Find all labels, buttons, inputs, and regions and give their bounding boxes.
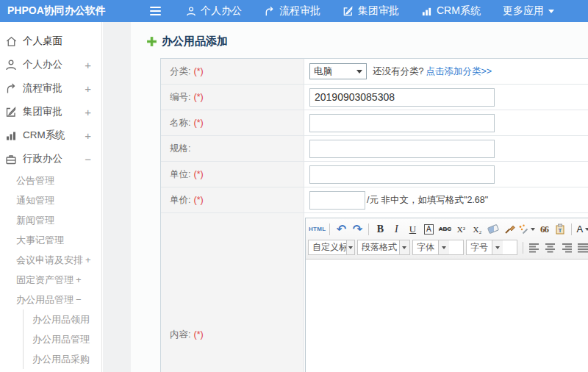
sidebar-item-events-mgmt[interactable]: 大事记管理	[0, 230, 101, 250]
category-select[interactable]: 电脑	[309, 63, 367, 79]
sidebar-item-admin-office[interactable]: 行政办公 −	[0, 147, 101, 171]
sidebar-item-meeting-mgmt[interactable]: 会议申请及安排 +	[0, 250, 101, 270]
sidebar-item-label: CRM系统	[23, 129, 65, 142]
form-row-name: 名称:(*)	[161, 110, 588, 136]
font-color-button[interactable]: A	[576, 222, 588, 237]
align-center-icon[interactable]	[543, 240, 558, 255]
caret-down-icon	[531, 228, 535, 233]
field-label: 分类:(*)	[161, 59, 304, 84]
nav-group-approval[interactable]: 集团审批	[343, 4, 399, 18]
field-label: 单位:(*)	[161, 162, 304, 187]
underline-button[interactable]: U	[405, 222, 420, 237]
form-row-spec: 规格:	[161, 136, 588, 162]
field-label: 规格:	[161, 136, 304, 161]
font-family-dropdown[interactable]: 字体	[412, 240, 464, 255]
sidebar-subitem-label: 大事记管理	[16, 234, 64, 247]
superscript-button[interactable]: X²	[453, 222, 468, 237]
add-supplies-form: 分类:(*) 电脑 还没有分类? 点击添加分类>> 编号:(*) 名称:(*)	[160, 58, 588, 372]
add-category-link[interactable]: 点击添加分类>>	[426, 65, 492, 78]
bold-button[interactable]: B	[373, 222, 387, 237]
nav-process-approval[interactable]: 流程审批	[264, 4, 320, 18]
paste-text-icon[interactable]: T	[553, 222, 567, 237]
caret-down-icon	[492, 240, 503, 254]
expand-plus-icon[interactable]: +	[85, 82, 91, 95]
svg-text:T: T	[559, 227, 562, 234]
sidebar-item-news-mgmt[interactable]: 新闻管理	[0, 210, 101, 230]
sidebar-item-announcement-mgmt[interactable]: 公告管理	[0, 171, 101, 190]
required-mark: (*)	[193, 329, 203, 340]
nav-more-apps[interactable]: 更多应用	[503, 4, 554, 18]
required-mark: (*)	[193, 66, 203, 76]
format-brush-icon[interactable]	[502, 222, 517, 237]
sidebar-item-crm-system[interactable]: CRM系统 +	[0, 124, 101, 147]
sidebar-item-supplies-purchase[interactable]: 办公用品采购	[24, 349, 101, 369]
hamburger-menu-icon[interactable]	[147, 4, 164, 18]
expand-plus-icon[interactable]: +	[85, 254, 91, 265]
collapse-minus-icon[interactable]: −	[85, 153, 91, 165]
sidebar-item-notice-mgmt[interactable]: 通知管理	[0, 190, 101, 210]
caret-down-icon	[399, 240, 409, 254]
chevron-down-icon	[356, 70, 362, 76]
nav-label: 个人办公	[201, 4, 242, 18]
expand-plus-icon[interactable]: +	[76, 274, 82, 285]
page-title-bar: 办公用品添加	[131, 22, 588, 49]
sidebar-item-label: 集团审批	[23, 105, 62, 118]
eraser-icon[interactable]	[486, 222, 501, 237]
sidebar-item-label: 个人办公	[23, 58, 62, 71]
align-left-icon[interactable]	[527, 240, 542, 255]
nav-personal-office[interactable]: 个人办公	[186, 4, 242, 18]
font-size-dropdown[interactable]: 字号	[466, 240, 517, 255]
sidebar-item-personal-office[interactable]: 个人办公 +	[0, 53, 101, 76]
sidebar-subitem-label: 办公用品采购	[32, 353, 90, 366]
field-label: 编号:(*)	[161, 85, 304, 110]
undo-icon[interactable]: ↶	[334, 222, 348, 237]
nav-label: CRM系统	[437, 4, 481, 18]
sidebar-item-process-approval[interactable]: 流程审批 +	[0, 76, 101, 100]
html-source-button[interactable]: HTML	[309, 222, 326, 237]
field-label: 内容:(*)	[161, 213, 304, 372]
align-right-icon[interactable]	[559, 240, 574, 255]
nav-crm-system[interactable]: CRM系统	[421, 4, 481, 18]
sidebar-item-label: 流程审批	[23, 82, 62, 95]
unit-input[interactable]	[309, 165, 495, 184]
name-input[interactable]	[309, 114, 495, 132]
sidebar-subitem-label: 新闻管理	[16, 214, 54, 227]
price-input[interactable]	[309, 191, 365, 210]
sidebar-item-supplies-manage[interactable]: 办公用品管理	[24, 329, 101, 349]
toolbar-row-1: HTML ↶ ↷ B I U A ABC X² X₂	[308, 220, 588, 238]
expand-plus-icon[interactable]: +	[85, 59, 91, 71]
bar-chart-icon	[5, 129, 18, 142]
expand-plus-icon[interactable]: +	[85, 106, 91, 118]
sidebar-subitem-label: 会议申请及安排	[16, 254, 83, 267]
field-label: 单价:(*)	[161, 187, 304, 212]
code-input[interactable]	[309, 88, 495, 107]
page-title: 办公用品添加	[162, 35, 228, 49]
sidebar-item-supplies-mgmt[interactable]: 办公用品管理 −	[0, 290, 101, 310]
blockquote-button[interactable]: 66	[537, 222, 551, 237]
required-mark: (*)	[193, 118, 203, 128]
sidebar-item-asset-mgmt[interactable]: 固定资产管理 +	[0, 270, 101, 290]
italic-button[interactable]: I	[389, 222, 404, 237]
nav-label: 集团审批	[358, 4, 399, 18]
expand-plus-icon[interactable]: +	[85, 129, 91, 142]
sidebar-subitem-label: 办公用品管理	[32, 333, 90, 346]
font-border-button[interactable]: A	[421, 222, 436, 237]
edit-square-icon	[343, 6, 354, 17]
collapse-minus-icon[interactable]: −	[76, 294, 82, 305]
custom-title-dropdown[interactable]: 自定义标题	[308, 240, 355, 255]
redo-icon[interactable]: ↷	[350, 222, 365, 237]
paragraph-format-dropdown[interactable]: 段落格式	[357, 240, 410, 255]
sidebar-item-supplies-claim[interactable]: 办公用品领用	[24, 310, 101, 329]
sidebar-item-label: 个人桌面	[23, 35, 62, 48]
align-justify-icon[interactable]	[576, 240, 588, 255]
spec-input[interactable]	[309, 140, 495, 158]
strikethrough-button[interactable]: ABC	[437, 222, 452, 237]
sidebar-item-personal-desktop[interactable]: 个人桌面	[0, 29, 101, 53]
sidebar-subitem-label: 固定资产管理	[16, 273, 74, 287]
auto-typeset-icon[interactable]	[518, 222, 535, 237]
sidebar-item-group-approval[interactable]: 集团审批 +	[0, 100, 101, 124]
subscript-button[interactable]: X₂	[470, 222, 484, 237]
form-row-code: 编号:(*)	[161, 85, 588, 110]
form-row-content: 内容:(*) HTML ↶ ↷ B I U A	[161, 213, 588, 372]
editor-content-area[interactable]	[306, 260, 588, 372]
